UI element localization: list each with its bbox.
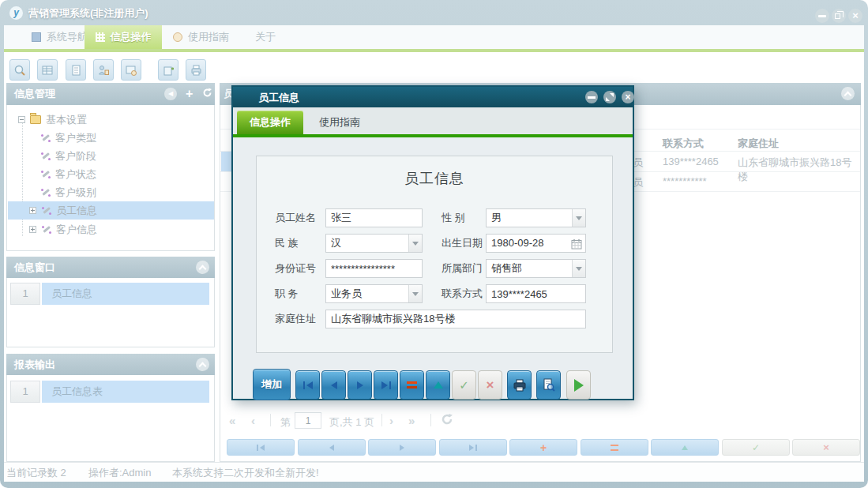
- tree-item-customer-type[interactable]: 客户类型: [40, 129, 96, 147]
- page-number-input[interactable]: [295, 412, 321, 429]
- grid-column-contact[interactable]: 联系方式: [663, 137, 704, 151]
- chevron-down-icon[interactable]: [408, 285, 422, 302]
- grid-first-record-button[interactable]: [227, 439, 295, 456]
- id-number-input[interactable]: [325, 259, 423, 278]
- grid-prev-record-button[interactable]: [298, 439, 366, 456]
- expand-box-icon[interactable]: [29, 226, 36, 233]
- tab-about[interactable]: 关于: [255, 25, 276, 49]
- confirm-button[interactable]: ✓: [452, 370, 476, 400]
- tree-item-customer-status[interactable]: 客户状态: [40, 165, 96, 183]
- address-input[interactable]: [325, 310, 586, 328]
- chevron-up-icon[interactable]: [196, 261, 209, 274]
- prev-record-button[interactable]: [321, 370, 346, 400]
- export-toolbar-button[interactable]: [158, 59, 178, 81]
- close-button[interactable]: ×: [848, 9, 862, 23]
- field-label-department: 所属部门: [442, 259, 483, 278]
- tree-node-basic-settings[interactable]: 基本设置: [18, 111, 87, 129]
- dialog-tab-info-ops[interactable]: 信息操作: [237, 111, 303, 134]
- first-record-button[interactable]: [295, 370, 320, 400]
- run-button[interactable]: [566, 370, 591, 400]
- list-item-employee-info[interactable]: 员工信息: [42, 283, 209, 305]
- print-preview-button[interactable]: [536, 370, 561, 400]
- wand-icon: [40, 151, 51, 161]
- grid-cancel-button[interactable]: ×: [792, 439, 860, 456]
- field-label-gender: 性 别: [442, 208, 465, 227]
- position-select[interactable]: 业务员: [325, 284, 423, 303]
- tab-system-nav[interactable]: 系统导航: [32, 25, 88, 49]
- document-toolbar-button[interactable]: [66, 59, 86, 81]
- grid-last-record-button[interactable]: [439, 439, 507, 456]
- print-button[interactable]: [507, 370, 532, 400]
- delete-record-icon: [611, 445, 618, 451]
- chevron-down-icon[interactable]: [572, 209, 585, 227]
- refresh-grid-icon[interactable]: [440, 412, 454, 430]
- dialog-resize-button[interactable]: [603, 91, 616, 103]
- collapse-box-icon[interactable]: [18, 116, 25, 123]
- birthdate-field[interactable]: 1980-09-28: [486, 234, 586, 253]
- gender-select[interactable]: 男: [486, 208, 586, 227]
- tree-item-employee-info[interactable]: 员工信息: [8, 201, 214, 220]
- next-record-button[interactable]: [348, 370, 372, 400]
- app-logo-icon: y: [9, 6, 23, 20]
- minimize-button[interactable]: [815, 9, 829, 23]
- restore-button[interactable]: [832, 9, 846, 23]
- search-toolbar-button[interactable]: [9, 59, 30, 81]
- add-button[interactable]: 增加: [253, 369, 291, 400]
- last-record-button[interactable]: [374, 370, 398, 400]
- user-report-toolbar-button[interactable]: [93, 59, 114, 81]
- tree-item-customer-level[interactable]: 客户级别: [40, 183, 96, 201]
- grid-delete-record-button[interactable]: [581, 439, 648, 456]
- employee-name-input[interactable]: [325, 208, 423, 227]
- print-toolbar-button[interactable]: [186, 59, 206, 81]
- cancel-button[interactable]: ×: [478, 370, 502, 400]
- tab-info-ops[interactable]: 信息操作: [85, 25, 162, 49]
- list-item-employee-report[interactable]: 员工信息表: [42, 381, 209, 403]
- tree-item-customer-stage[interactable]: 客户阶段: [40, 147, 96, 165]
- calendar-icon[interactable]: [571, 238, 582, 253]
- delete-record-button[interactable]: [400, 370, 424, 400]
- field-label-id-number: 身份证号: [275, 259, 316, 278]
- record-count-label: 当前记录数 2: [6, 466, 66, 480]
- grid-edit-record-button[interactable]: [651, 439, 719, 456]
- grid-next-record-button[interactable]: [368, 439, 436, 456]
- print-preview-icon: [542, 378, 555, 392]
- data-grid-toolbar-button[interactable]: [37, 59, 58, 81]
- prev-record-icon: [329, 445, 334, 451]
- next-page-icon[interactable]: ›: [389, 414, 393, 427]
- tab-guide[interactable]: 使用指南: [173, 25, 229, 49]
- info-manage-tree: 基本设置 客户类型 客户阶段 客户状态 客户级别 员工信息: [6, 105, 215, 251]
- panel-collapse-left-icon[interactable]: ◀: [164, 88, 177, 100]
- chevron-up-icon[interactable]: [841, 87, 855, 100]
- dialog-tabbar: 信息操作 使用指南: [233, 107, 633, 134]
- wand-icon: [40, 187, 51, 197]
- window-preview-toolbar-button[interactable]: [121, 59, 141, 81]
- department-select[interactable]: 销售部: [486, 259, 586, 278]
- grid-confirm-button[interactable]: ✓: [722, 439, 790, 456]
- grid-column-address[interactable]: 家庭住址: [738, 137, 779, 151]
- contact-input[interactable]: [486, 284, 586, 303]
- panel-refresh-icon[interactable]: [201, 87, 213, 101]
- last-page-icon[interactable]: »: [408, 414, 415, 427]
- tree-item-label: 员工信息: [56, 204, 97, 218]
- edit-record-icon: [434, 381, 443, 389]
- grid-add-record-button[interactable]: +: [509, 439, 577, 456]
- system-note-label: 本系统支持二次开发和全新开发!: [172, 466, 319, 480]
- client-area: 系统导航 信息操作 使用指南 关于: [4, 25, 864, 482]
- prev-page-icon[interactable]: ‹: [251, 414, 255, 427]
- next-record-icon: [400, 445, 404, 451]
- cancel-icon: ×: [487, 377, 494, 393]
- panel-add-icon[interactable]: +: [186, 88, 193, 100]
- edit-record-button[interactable]: [426, 370, 450, 400]
- dialog-tab-guide[interactable]: 使用指南: [306, 111, 373, 134]
- chevron-down-icon[interactable]: [408, 235, 422, 252]
- ethnicity-select[interactable]: 汉: [325, 234, 423, 253]
- chevron-down-icon[interactable]: [572, 260, 585, 277]
- restore-icon: [835, 13, 840, 19]
- first-page-icon[interactable]: «: [229, 414, 235, 427]
- tree-item-customer-info[interactable]: 客户信息: [29, 220, 97, 238]
- dialog-close-button[interactable]: ×: [622, 91, 634, 103]
- grid-cell-contact: ***********: [663, 175, 707, 187]
- expand-box-icon[interactable]: [29, 207, 36, 214]
- chevron-up-icon[interactable]: [196, 358, 209, 371]
- dialog-minimize-button[interactable]: [585, 91, 598, 103]
